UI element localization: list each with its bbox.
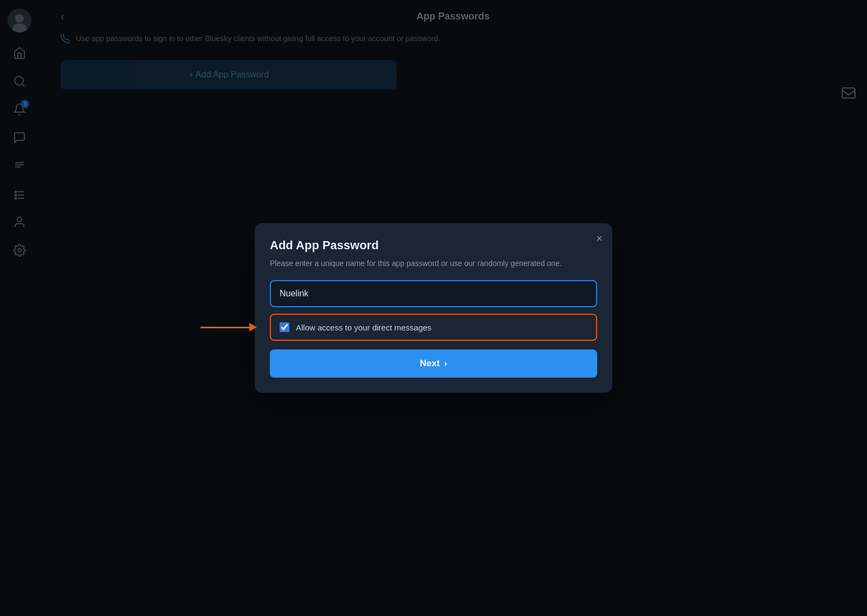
arrow-shaft bbox=[200, 327, 249, 328]
add-app-password-modal: × Add App Password Please enter a unique… bbox=[255, 223, 612, 393]
modal-description: Please enter a unique name for this app … bbox=[270, 258, 597, 269]
modal-close-button[interactable]: × bbox=[596, 233, 603, 244]
next-button[interactable]: Next › bbox=[270, 349, 597, 378]
direct-messages-label: Allow access to your direct messages bbox=[296, 323, 431, 332]
modal-title: Add App Password bbox=[270, 238, 597, 252]
next-label: Next bbox=[420, 358, 440, 369]
next-chevron-icon: › bbox=[444, 358, 448, 369]
arrow-annotation bbox=[200, 323, 257, 332]
arrow-head bbox=[249, 323, 257, 332]
direct-messages-checkbox-row[interactable]: Allow access to your direct messages bbox=[270, 314, 597, 341]
modal-overlay[interactable]: × Add App Password Please enter a unique… bbox=[0, 0, 867, 616]
direct-messages-checkbox[interactable] bbox=[280, 322, 289, 332]
app-name-input[interactable] bbox=[270, 280, 597, 307]
